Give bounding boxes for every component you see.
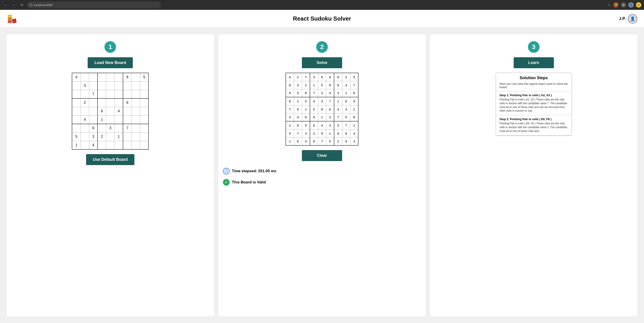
solved-cell-r5c8: 8 bbox=[350, 113, 358, 121]
input-cell-r0c8[interactable]: 5 bbox=[140, 73, 148, 82]
input-cell-r5c6[interactable] bbox=[123, 116, 132, 124]
input-cell-r4c5[interactable]: 4 bbox=[114, 107, 123, 116]
input-cell-r4c2[interactable] bbox=[89, 107, 98, 116]
input-cell-r8c3[interactable] bbox=[98, 141, 106, 150]
input-cell-r6c5[interactable] bbox=[114, 124, 123, 132]
profile-icon[interactable]: 👤 bbox=[628, 2, 634, 8]
input-cell-r2c8[interactable] bbox=[140, 90, 148, 98]
input-cell-r6c7[interactable] bbox=[132, 124, 140, 132]
input-cell-r3c8[interactable] bbox=[140, 98, 148, 107]
input-cell-r0c2[interactable] bbox=[89, 73, 98, 82]
input-cell-r5c4[interactable] bbox=[106, 116, 114, 124]
input-cell-r2c2[interactable]: 7 bbox=[89, 90, 98, 98]
input-cell-r4c6[interactable] bbox=[123, 107, 132, 116]
input-cell-r5c5[interactable] bbox=[114, 116, 123, 124]
input-cell-r4c0[interactable] bbox=[72, 107, 80, 116]
input-cell-r3c4[interactable] bbox=[106, 98, 114, 107]
input-cell-r6c0[interactable] bbox=[72, 124, 80, 132]
input-cell-r7c5[interactable]: 1 bbox=[114, 132, 123, 141]
extension-icon-2[interactable]: ⚙ bbox=[621, 2, 626, 8]
input-cell-r2c3[interactable] bbox=[98, 90, 106, 98]
solve-button[interactable]: Solve bbox=[302, 57, 342, 68]
input-cell-r3c5[interactable] bbox=[114, 98, 123, 107]
input-cell-r5c1[interactable]: 4 bbox=[80, 116, 89, 124]
input-cell-r4c8[interactable] bbox=[140, 107, 148, 116]
input-cell-r4c7[interactable] bbox=[132, 107, 140, 116]
input-cell-r2c4[interactable] bbox=[106, 90, 114, 98]
clear-button[interactable]: Clear bbox=[302, 150, 342, 161]
input-cell-r5c3[interactable]: 1 bbox=[98, 116, 106, 124]
input-cell-r2c0[interactable] bbox=[72, 90, 80, 98]
input-cell-r8c7[interactable] bbox=[132, 141, 140, 150]
back-button[interactable]: ← bbox=[3, 2, 9, 8]
input-cell-r1c5[interactable] bbox=[114, 82, 123, 90]
input-cell-r2c7[interactable] bbox=[132, 90, 140, 98]
load-board-button[interactable]: Load New Board bbox=[88, 57, 133, 68]
input-cell-r1c6[interactable] bbox=[123, 82, 132, 90]
input-cell-r8c8[interactable] bbox=[140, 141, 148, 150]
input-cell-r5c7[interactable] bbox=[132, 116, 140, 124]
input-cell-r7c3[interactable]: 2 bbox=[98, 132, 106, 141]
input-cell-r1c8[interactable] bbox=[140, 82, 148, 90]
input-cell-r6c1[interactable] bbox=[80, 124, 89, 132]
input-cell-r7c8[interactable] bbox=[140, 132, 148, 141]
address-bar[interactable]: localhost:3000 bbox=[27, 2, 161, 8]
bookmark-icon[interactable]: ☆ bbox=[607, 2, 611, 8]
input-cell-r6c6[interactable]: 7 bbox=[123, 124, 132, 132]
input-cell-r8c0[interactable]: 1 bbox=[72, 141, 80, 150]
input-cell-r2c1[interactable] bbox=[80, 90, 89, 98]
input-cell-r3c2[interactable] bbox=[89, 98, 98, 107]
input-cell-r1c4[interactable] bbox=[106, 82, 114, 90]
input-sudoku-grid[interactable]: 48537268441637532114 bbox=[72, 73, 149, 150]
input-cell-r7c4[interactable] bbox=[106, 132, 114, 141]
input-cell-r8c4[interactable] bbox=[106, 141, 114, 150]
reload-button[interactable]: ↻ bbox=[19, 2, 25, 8]
input-cell-r1c2[interactable] bbox=[89, 82, 98, 90]
input-cell-r3c1[interactable]: 2 bbox=[80, 98, 89, 107]
input-cell-r1c1[interactable]: 3 bbox=[80, 82, 89, 90]
solved-cell-r4c1: 9 bbox=[294, 105, 302, 113]
input-cell-r8c1[interactable] bbox=[80, 141, 89, 150]
input-cell-r8c6[interactable] bbox=[123, 141, 132, 150]
profile-icon-2[interactable]: ● bbox=[636, 2, 641, 8]
input-cell-r1c0[interactable] bbox=[72, 82, 80, 90]
input-cell-r5c8[interactable] bbox=[140, 116, 148, 124]
input-cell-r3c6[interactable]: 6 bbox=[123, 98, 132, 107]
forward-button[interactable]: → bbox=[11, 2, 17, 8]
input-cell-r0c3[interactable] bbox=[98, 73, 106, 82]
input-cell-r0c1[interactable] bbox=[80, 73, 89, 82]
input-cell-r6c8[interactable] bbox=[140, 124, 148, 132]
input-cell-r0c4[interactable] bbox=[106, 73, 114, 82]
solved-cell-r6c8: 1 bbox=[350, 121, 358, 129]
learn-button[interactable]: Learn bbox=[514, 57, 554, 68]
input-cell-r7c1[interactable] bbox=[80, 132, 89, 141]
input-cell-r0c7[interactable] bbox=[132, 73, 140, 82]
input-cell-r7c0[interactable]: 5 bbox=[72, 132, 80, 141]
input-cell-r8c5[interactable] bbox=[114, 141, 123, 150]
input-cell-r3c0[interactable] bbox=[72, 98, 80, 107]
input-cell-r0c6[interactable]: 8 bbox=[123, 73, 132, 82]
use-default-board-button[interactable]: Use Default Board bbox=[86, 154, 134, 165]
input-cell-r6c3[interactable] bbox=[98, 124, 106, 132]
input-cell-r6c4[interactable]: 3 bbox=[106, 124, 114, 132]
input-cell-r5c2[interactable] bbox=[89, 116, 98, 124]
input-cell-r7c2[interactable]: 3 bbox=[89, 132, 98, 141]
input-cell-r3c7[interactable] bbox=[132, 98, 140, 107]
input-cell-r4c4[interactable] bbox=[106, 107, 114, 116]
input-cell-r4c1[interactable] bbox=[80, 107, 89, 116]
input-cell-r8c2[interactable]: 4 bbox=[89, 141, 98, 150]
input-cell-r0c0[interactable]: 4 bbox=[72, 73, 80, 82]
input-cell-r3c3[interactable] bbox=[98, 98, 106, 107]
input-cell-r1c3[interactable] bbox=[98, 82, 106, 90]
user-avatar[interactable]: 👤 bbox=[628, 14, 637, 24]
input-cell-r1c7[interactable] bbox=[132, 82, 140, 90]
input-cell-r5c0[interactable] bbox=[72, 116, 80, 124]
input-cell-r4c3[interactable]: 8 bbox=[98, 107, 106, 116]
input-cell-r0c5[interactable] bbox=[114, 73, 123, 82]
input-cell-r7c6[interactable] bbox=[123, 132, 132, 141]
input-cell-r2c6[interactable] bbox=[123, 90, 132, 98]
extension-icon-1[interactable]: 🧩 bbox=[613, 2, 618, 8]
input-cell-r6c2[interactable]: 6 bbox=[89, 124, 98, 132]
input-cell-r2c5[interactable] bbox=[114, 90, 123, 98]
input-cell-r7c7[interactable] bbox=[132, 132, 140, 141]
